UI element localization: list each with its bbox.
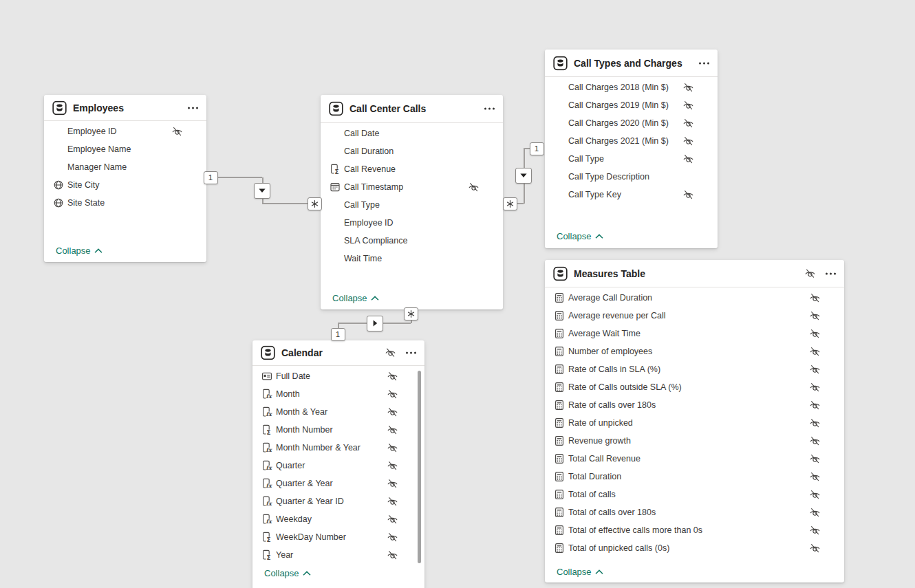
fx-icon: fx	[261, 389, 272, 400]
calculator-icon	[554, 543, 565, 554]
field-label: Quarter & Year	[276, 479, 333, 488]
field-row[interactable]: Total Duration	[545, 468, 844, 486]
field-row[interactable]: Site City	[44, 176, 206, 194]
field-row[interactable]: fxWeekday	[252, 510, 424, 528]
scrollbar-thumb[interactable]	[418, 371, 421, 563]
many-cardinality-icon	[310, 199, 319, 208]
collapse-link[interactable]: Collapse	[557, 231, 603, 241]
table-card-call-center-calls: Call Center CallsCall DateCall DurationΣ…	[321, 95, 503, 309]
field-row[interactable]: Call Charges 2021 (Min $)	[545, 132, 718, 150]
field-row[interactable]: Revenue growth	[545, 432, 844, 450]
calculator-icon	[554, 364, 565, 375]
field-row[interactable]: Total Call Revenue	[545, 450, 844, 468]
table-header-employees[interactable]: Employees	[44, 95, 206, 121]
field-row[interactable]: Number of employees	[545, 342, 844, 360]
field-row[interactable]: Wait Time	[321, 250, 503, 268]
cardinality-one-box[interactable]: 1	[530, 142, 544, 155]
field-row[interactable]: Call Type Description	[545, 168, 718, 186]
field-row[interactable]: fxQuarter & Year	[252, 475, 424, 492]
field-label: Month Number	[276, 425, 333, 435]
field-row[interactable]: Call Type	[321, 196, 503, 214]
field-list: Employee IDEmployee NameManager NameSite…	[44, 122, 206, 212]
table-menu-button[interactable]	[484, 108, 495, 110]
field-label: Weekday	[276, 514, 312, 524]
field-label: Site State	[67, 198, 105, 208]
field-row[interactable]: Total of unpicked calls (0s)	[545, 539, 844, 557]
field-row[interactable]: Call Charges 2018 (Min $)	[545, 78, 718, 96]
field-hidden-eye-icon	[387, 532, 398, 543]
field-row[interactable]: Full Date	[252, 367, 424, 385]
field-row[interactable]: fxMonth	[252, 385, 424, 403]
table-header-call-types-and-charges[interactable]: Call Types and Charges	[545, 50, 718, 77]
table-menu-button[interactable]	[188, 107, 198, 109]
field-row[interactable]: Employee Name	[44, 140, 206, 158]
field-row[interactable]: SLA Compliance	[321, 232, 503, 250]
collapse-link[interactable]: Collapse	[332, 293, 379, 303]
field-row[interactable]: Employee ID	[44, 122, 206, 140]
field-label: Rate of calls over 180s	[568, 400, 656, 410]
field-row[interactable]: fxMonth Number & Year	[252, 439, 424, 457]
field-row[interactable]: Employee ID	[321, 214, 503, 232]
cardinality-one-box[interactable]: 1	[331, 328, 345, 341]
field-hidden-eye-icon	[809, 435, 821, 447]
filter-direction-arrow-down[interactable]	[254, 183, 270, 199]
field-row[interactable]: Rate of calls over 180s	[545, 396, 844, 414]
table-menu-button[interactable]	[406, 352, 416, 354]
relationship-line[interactable]	[262, 203, 310, 204]
cardinality-many-box[interactable]	[308, 197, 322, 210]
table-header-calendar[interactable]: Calendar	[252, 340, 424, 366]
field-row[interactable]: ΣWeekDay Number	[252, 528, 424, 546]
cardinality-many-box[interactable]	[503, 197, 517, 210]
field-row[interactable]: Call Timestamp	[321, 178, 503, 196]
field-row[interactable]: Call Charges 2020 (Min $)	[545, 114, 718, 132]
field-label: SLA Compliance	[344, 236, 407, 246]
svg-text:fx: fx	[266, 411, 272, 417]
field-row[interactable]: Site State	[44, 194, 206, 212]
field-row[interactable]: fxQuarter & Year ID	[252, 492, 424, 510]
collapse-link[interactable]: Collapse	[557, 567, 603, 577]
field-row[interactable]: ΣMonth Number	[252, 421, 424, 439]
field-row[interactable]: Average Wait Time	[545, 325, 844, 342]
sigma-icon: Σ	[330, 164, 341, 175]
field-row[interactable]: ΣCall Revenue	[321, 160, 503, 178]
field-row[interactable]: Total of effective calls more than 0s	[545, 521, 844, 539]
field-hidden-eye-icon	[809, 328, 821, 340]
field-row[interactable]: Rate of Calls in SLA (%)	[545, 360, 844, 378]
table-header-measures-table[interactable]: Measures Table	[545, 260, 844, 287]
field-hidden-eye-icon	[809, 471, 821, 483]
field-row[interactable]: Call Type	[545, 150, 718, 168]
field-label: Call Type Key	[568, 190, 621, 199]
collapse-link[interactable]: Collapse	[56, 246, 103, 256]
collapse-label: Collapse	[557, 567, 592, 577]
filter-direction-arrow-down[interactable]	[515, 168, 532, 184]
field-row[interactable]: fxMonth & Year	[252, 403, 424, 421]
field-row[interactable]: Total of calls	[545, 486, 844, 503]
cardinality-many-box[interactable]	[404, 307, 418, 320]
table-menu-button[interactable]	[826, 272, 836, 274]
field-row[interactable]: Call Duration	[321, 142, 503, 160]
globe-icon	[53, 197, 64, 208]
field-hidden-eye-icon	[809, 417, 821, 429]
field-hidden-eye-icon	[387, 442, 398, 454]
field-hidden-eye-icon	[809, 525, 821, 536]
field-label: Call Type	[568, 154, 604, 164]
field-row[interactable]: Rate of unpicked	[545, 414, 844, 432]
collapse-link[interactable]: Collapse	[264, 568, 311, 578]
field-row[interactable]: Manager Name	[44, 158, 206, 176]
field-row[interactable]: Call Type Key	[545, 186, 718, 204]
filter-direction-arrow-right[interactable]	[367, 316, 383, 331]
field-label: Rate of Calls in SLA (%)	[568, 364, 660, 374]
field-label: Call Charges 2020 (Min $)	[568, 118, 669, 128]
field-row[interactable]: Rate of Calls outside SLA (%)	[545, 378, 844, 396]
field-row[interactable]: fxQuarter	[252, 457, 424, 475]
field-row[interactable]: Average Call Duration	[545, 289, 844, 307]
cardinality-one-box[interactable]: 1	[204, 171, 218, 184]
table-menu-button[interactable]	[699, 62, 709, 64]
field-hidden-eye-icon	[387, 389, 398, 400]
field-row[interactable]: Average revenue per Call	[545, 307, 844, 325]
field-row[interactable]: Total of calls over 180s	[545, 503, 844, 521]
table-header-call-center-calls[interactable]: Call Center Calls	[321, 95, 503, 123]
field-row[interactable]: Call Charges 2019 (Min $)	[545, 96, 718, 114]
field-row[interactable]: ΣYear	[252, 546, 424, 564]
field-row[interactable]: Call Date	[321, 124, 503, 142]
